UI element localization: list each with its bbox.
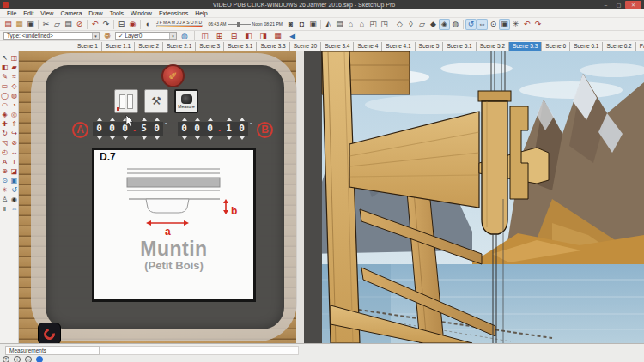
menu-edit[interactable]: Edit [20, 10, 37, 16]
arc-tool[interactable]: ◠ [0, 100, 9, 110]
save-icon[interactable]: ▣ [25, 19, 36, 30]
menu-help[interactable]: Help [191, 10, 210, 16]
increment-arrow[interactable] [97, 118, 102, 121]
decrement-arrow[interactable] [182, 136, 187, 140]
plugin-export-icon[interactable]: ◀ [287, 30, 298, 41]
canvas-3d-scene[interactable] [296, 51, 644, 343]
print-icon[interactable]: ⊟ [116, 19, 127, 30]
line-tool[interactable]: ✎ [0, 72, 9, 81]
eraser-tool[interactable]: ▰ [9, 63, 19, 72]
erase-icon[interactable]: ⊘ [74, 19, 85, 30]
warehouse-icon[interactable]: ▣ [307, 19, 319, 30]
minimize-button[interactable]: – [599, 1, 612, 9]
rotate-tool[interactable]: ↻ [0, 129, 9, 138]
shadow-time-slider[interactable]: 06:43 AM Noon 08:21 PM [208, 21, 283, 27]
window-config-button[interactable] [114, 89, 138, 113]
scene-tab-4-1[interactable]: Scene 4.1 [382, 42, 415, 51]
plugin-glazing-icon[interactable]: ◧ [243, 30, 254, 41]
previous-view-icon[interactable]: ↶ [521, 19, 532, 30]
paint-bucket-tool[interactable]: ◧ [0, 63, 9, 72]
plugin-sash-icon[interactable]: ⊟ [228, 30, 240, 41]
right-view-icon[interactable]: ◳ [379, 19, 390, 30]
scene-tab-5-2[interactable]: Scene 5.2 [477, 42, 509, 51]
geolocation-dot-icon[interactable] [36, 356, 43, 362]
pan-tool[interactable]: ⇔ [9, 204, 19, 214]
scene-tab-3-4[interactable]: Scene 3.4 [321, 42, 354, 51]
top-view-icon[interactable]: ▤ [334, 19, 345, 30]
decrement-arrow[interactable] [123, 136, 128, 140]
scene-tab-6[interactable]: Scene 6 [542, 42, 570, 51]
scene-tab-2[interactable]: Scene 2 [135, 42, 163, 51]
rotated-rectangle-tool[interactable]: ◇ [9, 81, 19, 91]
measurements-value[interactable] [100, 346, 299, 355]
chevron-down-icon[interactable]: ▾ [92, 33, 99, 39]
decrement-arrow[interactable] [97, 136, 102, 140]
open-file-icon[interactable]: ▦ [14, 19, 25, 30]
next-view-icon[interactable]: ↷ [532, 19, 544, 30]
x-ray-style-icon[interactable]: ◇ [394, 19, 405, 30]
orbit-icon[interactable]: ↺ [465, 19, 477, 30]
zoom-window-icon[interactable]: ▣ [499, 19, 510, 30]
time-slider-knob[interactable] [237, 22, 240, 27]
decrement-arrow[interactable] [227, 136, 232, 140]
decrement-arrow[interactable] [240, 136, 245, 140]
scene-tab-6-2[interactable]: Scene 6.2 [603, 42, 635, 51]
classification-type-combo[interactable]: Type: <undefined> ▾ [3, 32, 100, 40]
axes-tool[interactable]: ⊕ [0, 166, 9, 176]
protractor-tool[interactable]: ◴ [0, 148, 9, 157]
look-around-tool[interactable]: ◉ [9, 195, 19, 204]
circle-tool[interactable]: ◯ [0, 91, 9, 100]
draw-tools-button[interactable]: ⚒ [144, 89, 168, 113]
new-file-icon[interactable]: ▤ [3, 19, 14, 30]
increment-arrow[interactable] [110, 118, 115, 121]
freehand-tool[interactable]: ≈ [9, 72, 19, 81]
scene-tab-20[interactable]: Scene 20 [290, 42, 321, 51]
move-tool[interactable]: ✚ [0, 119, 9, 129]
menu-draw[interactable]: Draw [85, 10, 106, 16]
scene-tab-5[interactable]: Scene 5 [416, 42, 444, 51]
polygon-tool[interactable]: ◈ [0, 110, 9, 119]
decrement-arrow[interactable] [110, 136, 115, 140]
increment-arrow[interactable] [182, 118, 187, 121]
maximize-button[interactable]: ▢ [612, 1, 625, 9]
scene-tab-5-1[interactable]: Scene 5.1 [443, 42, 476, 51]
redo-icon[interactable]: ↷ [100, 19, 112, 30]
date-slider-track[interactable] [156, 25, 203, 27]
menu-camera[interactable]: Camera [57, 10, 85, 16]
text-tool[interactable]: A [0, 157, 9, 166]
layer-manager-icon[interactable]: ◍ [179, 31, 190, 41]
decrement-arrow[interactable] [142, 136, 147, 140]
decrement-arrow[interactable] [155, 136, 160, 140]
decrement-arrow[interactable] [208, 136, 213, 140]
scale-tool[interactable]: ◹ [0, 138, 9, 148]
increment-arrow[interactable] [142, 118, 147, 121]
make-component-tool[interactable]: ◫ [9, 53, 19, 63]
shadows-toggle-icon[interactable]: ◐ [143, 19, 154, 30]
walk-tool[interactable]: ‖ [0, 204, 9, 214]
person-icon[interactable]: ☺ [25, 356, 32, 362]
plugin-window-start-icon[interactable]: ◫ [199, 30, 210, 41]
scene-tab-5-3[interactable]: Scene 5.3 [509, 42, 542, 51]
paste-icon[interactable]: ▤ [63, 19, 74, 30]
iso-view-icon[interactable]: ◭ [323, 19, 334, 30]
increment-arrow[interactable] [208, 118, 213, 121]
zoom-window-tool[interactable]: ▣ [9, 176, 19, 185]
section-plane-tool[interactable]: ◪ [9, 166, 19, 176]
scene-tab-6-1[interactable]: Scene 6.1 [570, 42, 603, 51]
zoom-extents-tool[interactable]: ✳ [0, 185, 9, 195]
plugin-panel-icon[interactable]: ▦ [272, 30, 283, 41]
rectangle-tool[interactable]: ▭ [0, 81, 9, 91]
increment-arrow[interactable] [195, 118, 200, 121]
left-view-icon[interactable]: ◰ [368, 19, 379, 30]
scene-tab-1[interactable]: Scene 1 [74, 42, 102, 51]
copy-icon[interactable]: ▱ [52, 19, 63, 30]
position-camera-tool[interactable]: ♙ [0, 195, 9, 204]
menu-view[interactable]: View [37, 10, 57, 16]
menu-window[interactable]: Window [127, 10, 155, 16]
menu-extensions[interactable]: Extensions [155, 10, 191, 16]
increment-arrow[interactable] [240, 118, 245, 121]
plugin-hub-button[interactable]: ✐ [161, 64, 185, 87]
follow-me-tool[interactable]: ↪ [9, 129, 19, 138]
measurements-box[interactable]: Measurements [5, 346, 100, 355]
menu-tools[interactable]: Tools [106, 10, 127, 16]
